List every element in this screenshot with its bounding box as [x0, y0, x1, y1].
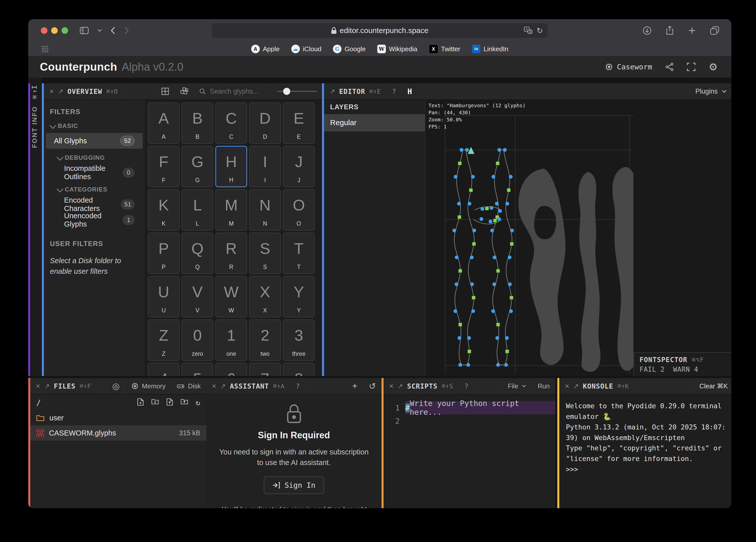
glyph-cell-C[interactable]: CC — [215, 102, 247, 144]
assistant-help-icon[interactable]: ? — [296, 382, 300, 390]
file-row-caseworm[interactable]: A CASEWORM.glyphs 315 kB — [30, 425, 206, 441]
glyph-cell-K[interactable]: KK — [148, 189, 180, 230]
overview-expand-icon[interactable]: ↗ — [58, 88, 64, 95]
glyph-cell-X[interactable]: XX — [249, 276, 281, 318]
new-tab-icon[interactable] — [688, 26, 696, 35]
filter-unencoded-glyphs[interactable]: Unencoded Glyphs 1 — [60, 212, 139, 228]
glyph-cell-J[interactable]: JJ — [283, 146, 315, 187]
bookmarks-grid-icon[interactable] — [41, 45, 48, 52]
back-button[interactable] — [110, 26, 115, 35]
filter-incompatible-outlines[interactable]: Incompatible Outlines 0 — [60, 165, 139, 180]
filter-all-glyphs[interactable]: All Glyphs 52 — [46, 133, 143, 149]
glyph-cell-six[interactable]: 6six — [215, 363, 247, 376]
slider-thumb[interactable] — [283, 88, 290, 95]
chevron-down-icon[interactable] — [97, 29, 102, 32]
bookmark-wikipedia[interactable]: WWikipedia — [377, 45, 417, 53]
glyph-cell-Y[interactable]: YY — [283, 276, 315, 318]
file-row-user[interactable]: user — [30, 410, 206, 425]
glyph-cell-L[interactable]: LL — [182, 189, 213, 230]
glyph-cell-N[interactable]: NN — [249, 189, 281, 230]
glyph-cell-one[interactable]: 1one — [215, 320, 247, 361]
scripts-help-icon[interactable]: ? — [464, 382, 468, 390]
glyph-cell-G[interactable]: GG — [182, 146, 213, 187]
translate-icon[interactable]: A 文 — [524, 27, 533, 34]
settings-gear-icon[interactable]: ⚙ — [709, 61, 718, 73]
filter-group-basic[interactable]: BASIC — [50, 122, 139, 129]
bookmark-linkedin[interactable]: inLinkedIn — [472, 45, 508, 53]
assistant-close-icon[interactable]: × — [212, 382, 216, 390]
scripts-expand-icon[interactable]: ↗ — [398, 382, 403, 390]
layer-item-regular[interactable]: Regular — [324, 114, 425, 131]
forward-button[interactable] — [124, 26, 129, 35]
terminal-output[interactable]: Welcome to the Pyodide 0.29.0 terminal e… — [559, 395, 731, 481]
konsole-expand-icon[interactable]: ↗ — [573, 382, 579, 390]
glyph-cell-O[interactable]: OO — [283, 189, 315, 230]
filter-group-debugging[interactable]: DEBUGGING — [57, 154, 139, 161]
glyph-cell-H[interactable]: HH — [215, 146, 247, 187]
glyph-cell-F[interactable]: FF — [148, 146, 180, 187]
glyph-cell-Q[interactable]: QQ — [182, 233, 213, 274]
plugins-dropdown[interactable]: Plugins — [688, 83, 731, 99]
overview-close-icon[interactable]: × — [49, 88, 54, 95]
glyph-cell-P[interactable]: PP — [148, 233, 180, 274]
glyph-cell-S[interactable]: SS — [249, 233, 281, 274]
font-info-tab[interactable]: FONT INFO ⌘↑I — [28, 78, 42, 376]
editor-expand-icon[interactable]: ↗ — [330, 88, 335, 95]
minimize-window-button[interactable] — [51, 27, 58, 34]
memory-tab[interactable]: Memory — [126, 378, 171, 394]
close-window-button[interactable] — [41, 27, 47, 34]
glyph-size-slider[interactable] — [271, 83, 324, 99]
glyph-cell-U[interactable]: UU — [148, 276, 180, 318]
file-menu-button[interactable]: File — [502, 378, 532, 394]
konsole-close-icon[interactable]: × — [565, 382, 569, 390]
refresh-icon[interactable]: ↻ — [196, 398, 200, 407]
glyph-cell-B[interactable]: BB — [182, 102, 213, 144]
assistant-expand-icon[interactable]: ↗ — [220, 382, 226, 390]
upload-file-icon[interactable] — [166, 398, 173, 406]
new-chat-button[interactable]: + — [346, 378, 363, 394]
glyph-cell-three[interactable]: 3three — [283, 320, 315, 361]
code-editor[interactable]: 1 # Write your Python script here... 2 — [384, 395, 555, 428]
filter-group-categories[interactable]: CATEGORIES — [57, 186, 139, 193]
glyph-cell-D[interactable]: DD — [249, 102, 281, 144]
grid-view-button[interactable] — [156, 83, 175, 99]
tab-overview-icon[interactable] — [710, 26, 719, 35]
new-file-icon[interactable] — [137, 398, 144, 406]
glyph-cell-A[interactable]: AA — [148, 102, 180, 144]
glyph-cell-T[interactable]: TT — [283, 233, 315, 274]
filter-encoded-characters[interactable]: Encoded Characters 51 — [60, 196, 139, 212]
glyph-cell-seven[interactable]: 7seven — [249, 363, 281, 376]
glyph-cell-E[interactable]: EE — [283, 102, 315, 144]
sidebar-toggle-icon[interactable] — [80, 27, 89, 34]
glyph-cell-V[interactable]: VV — [182, 276, 213, 318]
fontspector-panel[interactable]: FONTSPECTOR ⌘⌥F FAIL 2 WARN 4 — [633, 352, 731, 376]
history-icon[interactable]: ↺ — [363, 378, 382, 394]
glyph-cell-five[interactable]: 5five — [182, 363, 213, 376]
zoom-window-button[interactable] — [62, 27, 68, 34]
glyph-cell-two[interactable]: 2two — [249, 320, 281, 361]
glyph-cell-I[interactable]: II — [249, 146, 281, 187]
run-button[interactable]: Run — [532, 378, 555, 394]
glyph-cell-R[interactable]: RR — [215, 233, 247, 274]
scripts-close-icon[interactable]: × — [389, 382, 394, 390]
bookmark-twitter[interactable]: XTwitter — [429, 44, 460, 53]
new-folder-icon[interactable] — [151, 398, 159, 405]
locate-button[interactable]: ◎ — [107, 378, 126, 394]
bookmark-icloud[interactable]: ☁iCloud — [291, 45, 322, 53]
clear-console-button[interactable]: Clear ⌘K — [693, 378, 731, 394]
glyph-search-input[interactable] — [209, 87, 263, 96]
glyph-cell-M[interactable]: MM — [215, 189, 247, 230]
files-expand-icon[interactable]: ↗ — [44, 382, 50, 390]
share-project-icon[interactable] — [665, 63, 674, 71]
glyph-cell-eight[interactable]: 8eight — [283, 363, 315, 376]
files-close-icon[interactable]: × — [36, 382, 40, 390]
account-button[interactable]: Caseworm — [605, 63, 652, 71]
disk-tab[interactable]: Disk — [171, 378, 206, 394]
fullscreen-icon[interactable] — [687, 63, 695, 71]
editor-help-icon[interactable]: ? — [392, 88, 396, 95]
address-bar[interactable]: editor.counterpunch.space A 文 ↻ — [212, 23, 547, 38]
upload-folder-icon[interactable] — [181, 398, 188, 405]
sign-in-button[interactable]: Sign In — [264, 476, 324, 494]
compact-view-button[interactable] — [175, 83, 194, 99]
glyph-cell-Z[interactable]: ZZ — [148, 320, 180, 361]
